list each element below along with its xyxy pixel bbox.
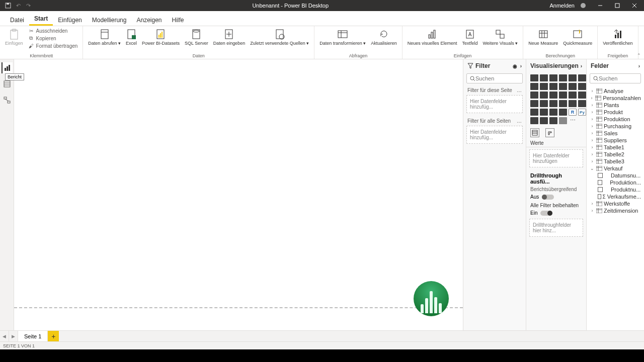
excel-button[interactable]: Excel [124,27,139,47]
menu-modellierung[interactable]: Modellierung [87,14,132,26]
fields-search-input[interactable] [599,75,644,81]
textbox-button[interactable]: ATextfeld [460,27,479,47]
enter-data-button[interactable]: Daten eingeben [211,27,248,47]
viz-stacked-bar[interactable] [530,74,538,81]
recent-sources-button[interactable]: Zuletzt verwendete Quellen ▾ [248,27,311,47]
viz-qa[interactable] [549,117,557,124]
table-row[interactable]: ›Produktion [589,116,642,123]
table-row[interactable]: ›Personalzahlen [589,95,642,102]
viz-r[interactable]: R [569,109,577,116]
viz-scatter[interactable] [549,92,557,99]
save-icon[interactable] [5,3,11,9]
page-prev-button[interactable]: ◀ [0,331,9,341]
maximize-button[interactable] [610,0,625,11]
viz-multi-card[interactable] [578,100,586,107]
report-canvas[interactable] [14,59,463,330]
viz-line[interactable] [530,83,538,90]
redo-icon[interactable]: ↷ [25,3,31,9]
collapse-viz-icon[interactable]: › [581,63,582,69]
menu-datei[interactable]: Datei [5,14,29,26]
field-checkbox[interactable] [598,194,601,199]
table-row[interactable]: ›Tabelle2 [589,151,642,158]
publish-button[interactable]: Veröffentlichen [601,27,634,47]
viz-shape-map[interactable] [549,100,557,107]
viz-area[interactable] [540,83,548,90]
table-row[interactable]: ›Tabelle3 [589,158,642,165]
viz-slicer[interactable] [540,109,548,116]
collapse-ribbon-icon[interactable]: ⌃ [637,53,641,58]
table-row[interactable]: ›Zeitdimension [589,207,642,214]
viz-gauge[interactable] [559,100,567,107]
collapse-filter-icon[interactable]: › [520,63,522,69]
new-measure-button[interactable]: Neue Measure [526,27,560,47]
filter-search[interactable] [466,73,523,83]
table-row[interactable]: ›Analyse [589,87,642,95]
model-view-button[interactable] [2,95,13,106]
sql-server-button[interactable]: SQL Server [183,27,210,47]
viz-line-stacked[interactable] [559,83,567,90]
report-view-button[interactable] [2,62,13,73]
viz-key-influencers[interactable] [530,117,538,124]
field-checkbox[interactable] [598,173,603,178]
field-checkbox[interactable] [598,187,603,192]
menu-hilfe[interactable]: Hilfe [167,14,189,26]
more-visuals-button[interactable]: Weitere Visuals ▾ [480,27,520,47]
viz-map[interactable] [530,100,538,107]
menu-start[interactable]: Start [29,12,53,26]
viz-python[interactable]: Py [578,109,586,116]
field-row[interactable]: Produktion... [589,179,642,186]
table-row[interactable]: ›Tabelle1 [589,144,642,151]
field-row[interactable]: Produktnu... [589,186,642,193]
field-checkbox[interactable] [598,180,602,185]
viz-100-bar[interactable] [569,74,577,81]
keep-all-toggle[interactable] [540,211,552,216]
table-row[interactable]: ›Purchasing [589,123,642,130]
get-data-button[interactable]: Daten abrufen ▾ [86,27,123,47]
values-dropzone[interactable]: Hier Datenfelder hinzufügen [529,149,583,167]
viz-arcgis[interactable] [559,117,567,124]
page-tab-1[interactable]: Seite 1 [18,331,48,341]
table-row[interactable]: ⌄Verkauf [589,165,642,172]
viz-line-clustered[interactable] [569,83,577,90]
menu-anzeigen[interactable]: Anzeigen [131,14,167,26]
undo-icon[interactable]: ↶ [15,3,21,9]
menu-einfuegen[interactable]: Einfügen [53,14,87,26]
viz-kpi[interactable] [530,109,538,116]
viz-table[interactable] [549,109,557,116]
pbi-datasets-button[interactable]: Power BI-Datasets [140,27,182,47]
new-visual-button[interactable]: Neues visuelles Element [406,27,459,47]
viz-matrix[interactable] [559,109,567,116]
viz-more[interactable]: ⋯ [569,117,577,124]
table-row[interactable]: ›Werkstoffe [589,200,642,207]
viz-funnel[interactable] [540,92,548,99]
collapse-fields-icon[interactable]: › [638,63,640,69]
drill-dropzone[interactable]: Drillthroughfelder hier hinz... [529,219,583,237]
field-row[interactable]: ΣVerkaufsme... [589,193,642,200]
quick-measure-button[interactable]: Quickmeasure [561,27,594,47]
viz-clustered-column[interactable] [559,74,567,81]
filter-all-dropzone[interactable]: Hier Datenfelder hinzufüg... [466,126,523,144]
viz-treemap[interactable] [578,92,586,99]
viz-stacked-column[interactable] [540,74,548,81]
viz-filled-map[interactable] [540,100,548,107]
fields-well-tab[interactable] [530,128,539,137]
close-button[interactable] [627,0,642,11]
page-next-button[interactable]: ▶ [9,331,18,341]
fields-search[interactable] [590,73,641,83]
signin-link[interactable]: Anmelden [549,3,575,9]
cross-report-toggle[interactable] [542,195,554,200]
viz-decomposition[interactable] [540,117,548,124]
viz-clustered-bar[interactable] [549,74,557,81]
viz-ribbon[interactable] [578,83,586,90]
format-tab[interactable] [545,128,554,137]
viz-pie[interactable] [559,92,567,99]
transform-data-button[interactable]: Daten transformieren ▾ [317,27,368,47]
viz-100-column[interactable] [578,74,586,81]
minimize-button[interactable] [593,0,608,11]
viz-stacked-area[interactable] [549,83,557,90]
table-row[interactable]: ›Sales [589,130,642,137]
view-icon[interactable]: ◉ [513,63,517,69]
filter-page-dropzone[interactable]: Hier Datenfelder hinzufüg... [466,95,523,113]
add-page-button[interactable]: + [48,331,59,341]
viz-donut[interactable] [569,92,577,99]
